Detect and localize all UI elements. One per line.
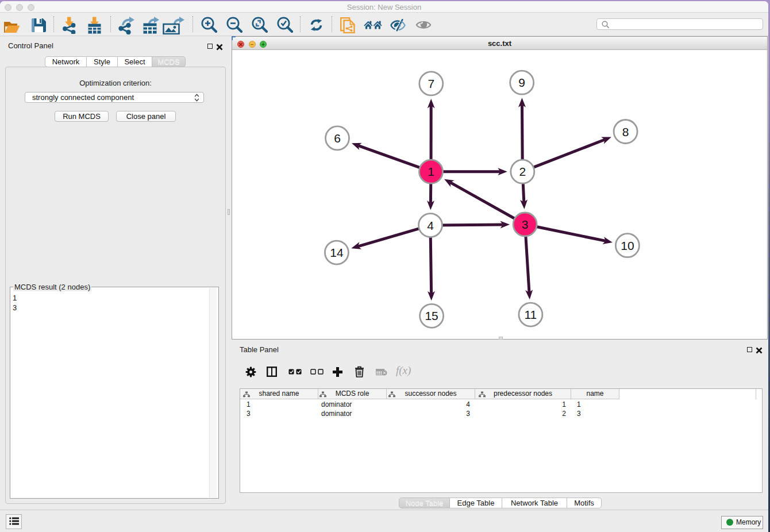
svg-text:4: 4 (427, 219, 434, 232)
svg-text:2: 2 (519, 165, 526, 178)
svg-text:7: 7 (428, 77, 434, 90)
svg-text:10: 10 (621, 239, 634, 252)
svg-text:1: 1 (428, 165, 434, 178)
svg-text:9: 9 (518, 76, 525, 89)
svg-text:3: 3 (522, 218, 529, 231)
svg-text:6: 6 (334, 132, 341, 145)
svg-text:15: 15 (425, 309, 438, 322)
svg-text:8: 8 (622, 125, 629, 138)
svg-text:11: 11 (524, 308, 537, 321)
svg-text:14: 14 (330, 246, 344, 259)
